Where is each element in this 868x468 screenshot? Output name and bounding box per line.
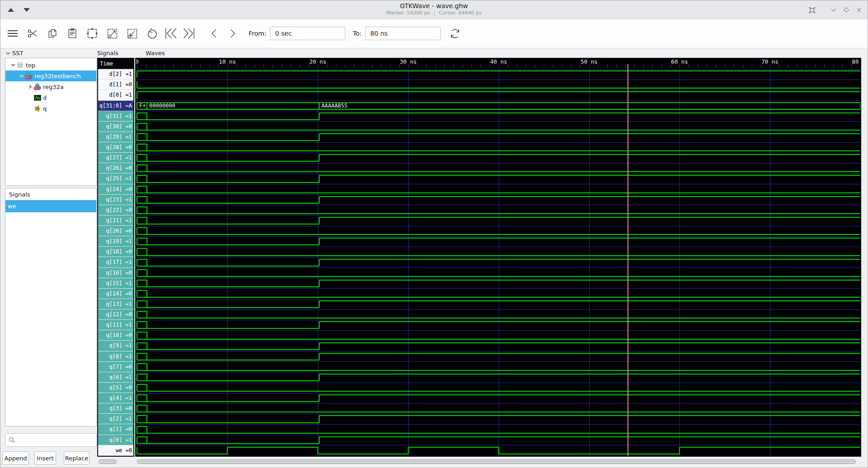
signal-name-q[4][interactable]: q[4] =1 xyxy=(98,393,133,403)
signal-name-q[27][interactable]: q[27] =1 xyxy=(98,153,133,163)
signal-list-item-we[interactable]: we xyxy=(5,200,96,212)
chevron-down-icon xyxy=(830,6,837,14)
time-column-header: Time xyxy=(98,59,133,69)
signal-name-q[20][interactable]: q[20] =0 xyxy=(98,226,133,236)
tree-item-label: d xyxy=(43,94,47,101)
signal-name-q[25][interactable]: q[25] =1 xyxy=(98,173,133,184)
signal-name-q[5][interactable]: q[5] =0 xyxy=(98,383,133,393)
signal-name-q[6][interactable]: q[6] =1 xyxy=(98,372,133,383)
signal-name-q[1][interactable]: q[1] =0 xyxy=(98,424,133,435)
signal-name-q[17][interactable]: q[17] =1 xyxy=(98,257,133,267)
zoom-fit-button[interactable] xyxy=(82,23,102,44)
copy-button[interactable] xyxy=(42,23,62,44)
svg-text:10 ns: 10 ns xyxy=(219,59,236,65)
goto-end-button[interactable] xyxy=(180,23,198,44)
signal-name-q[10][interactable]: q[10] =0 xyxy=(98,330,133,341)
signal-name-q[31:0][interactable]: q[31:0] =A xyxy=(98,101,133,111)
signal-name-q[3][interactable]: q[3] =0 xyxy=(98,403,133,414)
skip-to-start-icon xyxy=(164,27,178,40)
signal-name-q[13][interactable]: q[13] =1 xyxy=(98,299,133,309)
signal-name-q[8][interactable]: q[8] =1 xyxy=(98,351,133,362)
sst-section-header[interactable]: SST xyxy=(6,50,23,56)
replace-button[interactable]: Replace xyxy=(64,451,90,465)
signal-name-d[0][interactable]: d[0] =1 xyxy=(98,90,133,100)
goto-start-button[interactable] xyxy=(162,23,180,44)
signal-name-q[18][interactable]: q[18] =0 xyxy=(98,247,133,257)
main-toolbar: From: To: xyxy=(0,19,868,48)
module-icon xyxy=(25,72,33,80)
signal-search[interactable] xyxy=(5,433,97,447)
cut-button[interactable] xyxy=(23,23,42,44)
waves-hscrollbar-thumb[interactable] xyxy=(137,459,856,464)
signal-name-q[16][interactable]: q[16] =0 xyxy=(98,268,133,278)
signals-list-header: Signals xyxy=(5,188,96,200)
maximize-button[interactable] xyxy=(842,6,850,14)
port-out-icon xyxy=(33,105,41,112)
signal-name-q[29][interactable]: q[29] =1 xyxy=(98,132,133,142)
signal-name-q[0][interactable]: q[0] =1 xyxy=(98,435,133,445)
signal-name-q[2][interactable]: q[2] =1 xyxy=(98,414,133,424)
waves-hscrollbar[interactable] xyxy=(135,459,861,464)
signal-name-q[7][interactable]: q[7] =0 xyxy=(98,362,133,372)
close-icon xyxy=(855,6,863,14)
menu-button[interactable] xyxy=(3,23,23,44)
wave-canvas[interactable]: 010 ns20 ns30 ns40 ns50 ns60 ns70 ns80 n… xyxy=(135,58,861,457)
append-button[interactable]: Append xyxy=(2,451,29,465)
expander-expanded-icon[interactable] xyxy=(10,62,16,68)
names-hscrollbar[interactable] xyxy=(97,459,134,464)
paste-button[interactable] xyxy=(62,23,82,44)
next-edge-button[interactable] xyxy=(223,23,241,44)
reload-button[interactable] xyxy=(445,23,465,44)
sst-signals-panel: Signals we xyxy=(5,188,97,426)
zoom-out-button[interactable] xyxy=(122,23,142,44)
tree-item-top[interactable]: top xyxy=(5,60,96,70)
cursor-status: Cursor: 64640 ps xyxy=(439,10,481,16)
signal-name-q[19][interactable]: q[19] =1 xyxy=(98,236,133,247)
prev-edge-button[interactable] xyxy=(205,23,223,44)
fullscreen-button[interactable] xyxy=(808,6,816,14)
signal-name-d[1][interactable]: d[1] =0 xyxy=(98,80,133,90)
svg-text:50 ns: 50 ns xyxy=(580,59,598,65)
tree-item-reg32a[interactable]: reg32a xyxy=(5,81,96,92)
signal-name-q[9][interactable]: q[9] =1 xyxy=(98,341,133,351)
svg-text:00000000: 00000000 xyxy=(149,103,175,109)
signal-name-q[30][interactable]: q[30] =0 xyxy=(98,122,133,132)
expander-collapsed-icon[interactable] xyxy=(27,84,33,90)
search-input[interactable] xyxy=(15,436,96,444)
signal-name-q[26][interactable]: q[26] =0 xyxy=(98,163,133,173)
tree-item-reg32testbench[interactable]: reg32testbench xyxy=(5,70,96,81)
to-field[interactable] xyxy=(365,27,441,40)
signal-name-q[31][interactable]: q[31] =1 xyxy=(98,111,133,122)
signal-name-we[interactable]: we =0 xyxy=(98,445,133,456)
signal-name-q[22][interactable]: q[22] =0 xyxy=(98,205,133,215)
to-label: To: xyxy=(353,30,361,37)
signal-name-q[14][interactable]: q[14] =0 xyxy=(98,289,133,299)
undo-button[interactable] xyxy=(142,23,162,44)
signal-name-q[23][interactable]: q[23] =1 xyxy=(98,195,133,205)
scissors-icon xyxy=(27,28,38,39)
tree-item-d[interactable]: d xyxy=(5,92,96,103)
signal-names-column[interactable]: Timed[2] =1d[1] =0d[0] =1q[31:0] =Aq[31]… xyxy=(97,58,134,457)
zoom-in-button[interactable] xyxy=(102,23,122,44)
signal-name-q[24][interactable]: q[24] =0 xyxy=(98,184,133,195)
from-field[interactable] xyxy=(270,27,345,40)
close-button[interactable] xyxy=(855,6,863,14)
insert-button[interactable]: Insert xyxy=(34,451,56,465)
titlebar: GTKWave - wave.ghw Marker: 54300 ps|Curs… xyxy=(0,0,868,19)
signal-name-q[11][interactable]: q[11] =1 xyxy=(98,320,133,330)
skip-to-end-icon xyxy=(182,27,196,40)
diamond-icon xyxy=(843,6,850,14)
search-icon xyxy=(9,437,15,444)
paste-icon xyxy=(66,28,78,39)
signal-name-q[28][interactable]: q[28] =0 xyxy=(98,142,133,153)
names-hscrollbar-thumb[interactable] xyxy=(99,459,117,464)
svg-text:F+: F+ xyxy=(139,103,146,109)
expander-expanded-icon[interactable] xyxy=(19,73,25,79)
tree-item-q[interactable]: q xyxy=(5,103,96,114)
minimize-button[interactable] xyxy=(830,6,838,14)
signal-name-q[12][interactable]: q[12] =0 xyxy=(98,309,133,320)
signal-name-q[15][interactable]: q[15] =1 xyxy=(98,278,133,289)
marker-cursor-status: Marker: 54300 ps|Cursor: 64640 ps xyxy=(0,10,868,16)
signal-name-q[21][interactable]: q[21] =1 xyxy=(98,215,133,226)
signal-name-d[2][interactable]: d[2] =1 xyxy=(98,69,133,80)
